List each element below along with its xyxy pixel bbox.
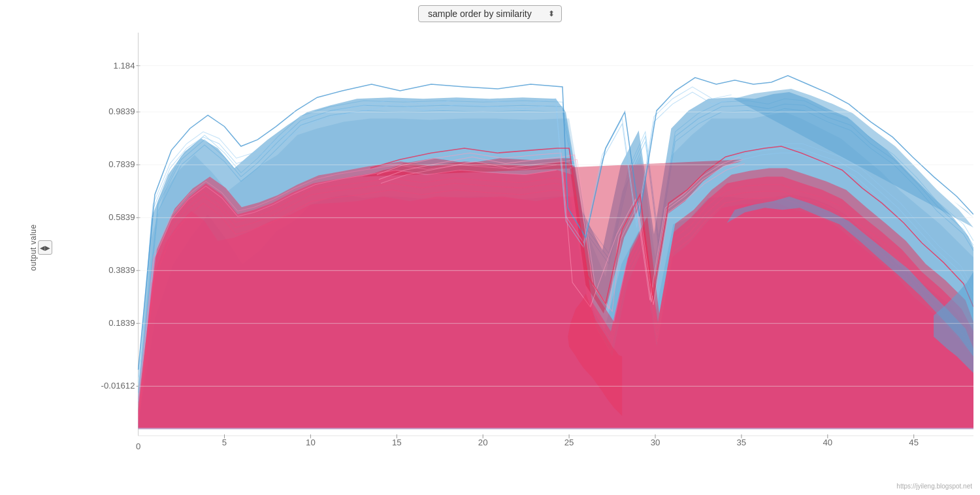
chart-area: 1.184 0.9839 0.7839 0.5839 0.3839 0.1839… [65, 33, 973, 475]
svg-text:35: 35 [737, 438, 747, 447]
svg-text:20: 20 [478, 438, 488, 447]
svg-text:10: 10 [306, 438, 316, 447]
watermark-text: https://jyileng.blogspot.net [896, 483, 972, 490]
svg-text:0.7839: 0.7839 [108, 159, 135, 169]
svg-text:25: 25 [564, 438, 574, 447]
svg-text:0: 0 [136, 441, 140, 451]
svg-text:15: 15 [392, 438, 402, 447]
svg-text:0.5839: 0.5839 [108, 212, 135, 222]
y-axis-label: output value [29, 224, 38, 270]
svg-text:30: 30 [651, 438, 661, 447]
svg-text:45: 45 [909, 438, 919, 447]
svg-text:1.184: 1.184 [114, 61, 135, 71]
chart-svg: 1.184 0.9839 0.7839 0.5839 0.3839 0.1839… [65, 33, 973, 475]
chevron-down-icon: ⬍ [548, 9, 555, 18]
svg-text:0.9839: 0.9839 [108, 106, 135, 116]
svg-marker-41 [139, 161, 973, 428]
svg-text:40: 40 [823, 438, 832, 447]
sort-order-container: sample order by similarity ⬍ [0, 5, 980, 22]
axis-collapse-button[interactable]: ◀▶ [38, 240, 52, 255]
svg-text:-0.01612: -0.01612 [101, 381, 135, 391]
sort-order-dropdown[interactable]: sample order by similarity ⬍ [418, 5, 562, 22]
collapse-icon: ◀▶ [40, 244, 50, 251]
svg-text:0.3839: 0.3839 [108, 265, 135, 275]
svg-text:5: 5 [222, 438, 227, 447]
svg-text:0.1839: 0.1839 [108, 318, 135, 328]
dropdown-label: sample order by similarity [428, 8, 532, 19]
